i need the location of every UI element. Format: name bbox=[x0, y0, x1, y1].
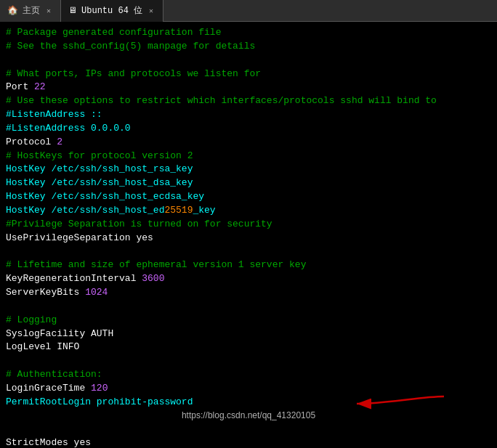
line-12: HostKey /etc/ssh/ssh_host_dsa_key bbox=[6, 176, 491, 190]
line-5: Port 22 bbox=[6, 81, 491, 94]
title-bar: 🏠 主页 ✕ 🖥 Ubuntu 64 位 ✕ bbox=[0, 0, 497, 22]
line-13: HostKey /etc/ssh/ssh_host_ecdsa_key bbox=[6, 190, 491, 204]
arrow-svg bbox=[349, 393, 451, 415]
watermark: https://blog.csdn.net/qq_41320105 bbox=[182, 410, 315, 420]
line-3 bbox=[6, 54, 491, 68]
ubuntu-icon: 🖥 bbox=[68, 5, 77, 16]
line-21 bbox=[6, 300, 491, 314]
line-20: ServerKeyBits 1024 bbox=[6, 286, 491, 300]
tab-home-label: 主页 bbox=[23, 4, 40, 17]
line-24: LogLevel INFO bbox=[6, 341, 491, 354]
line-23: SyslogFacility AUTH bbox=[6, 327, 491, 341]
terminal[interactable]: # Package generated configuration file #… bbox=[0, 22, 497, 448]
line-14: HostKey /etc/ssh/ssh_host_ed25519_key bbox=[6, 204, 491, 218]
tab-home-close[interactable]: ✕ bbox=[44, 6, 53, 16]
line-17 bbox=[6, 245, 491, 259]
home-icon: 🏠 bbox=[7, 5, 18, 16]
tab-ubuntu-label: Ubuntu 64 位 bbox=[81, 4, 142, 17]
tab-home[interactable]: 🏠 主页 ✕ bbox=[0, 0, 61, 22]
line-4: # What ports, IPs and protocols we liste… bbox=[6, 68, 491, 81]
line-6: # Use these options to restrict which in… bbox=[6, 94, 491, 108]
line-7: #ListenAddress :: bbox=[6, 108, 491, 122]
line-29: StrictModes yes bbox=[6, 436, 491, 448]
line-19: KeyRegenerationInterval 3600 bbox=[6, 272, 491, 286]
line-18: # Lifetime and size of ephemeral version… bbox=[6, 258, 491, 272]
line-9: Protocol 2 bbox=[6, 136, 491, 150]
line-8: #ListenAddress 0.0.0.0 bbox=[6, 122, 491, 136]
line-10: # HostKeys for protocol version 2 bbox=[6, 150, 491, 163]
line-16: UsePrivilegeSeparation yes bbox=[6, 232, 491, 245]
line-15: #Privilege Separation is turned on for s… bbox=[6, 218, 491, 232]
line-22: # Logging bbox=[6, 314, 491, 327]
line-1: # Package generated configuration file bbox=[6, 26, 491, 40]
line-25 bbox=[6, 354, 491, 368]
line-26: # Authentication: bbox=[6, 368, 491, 382]
tab-ubuntu-close[interactable]: ✕ bbox=[147, 6, 155, 16]
line-2: # See the sshd_config(5) manpage for det… bbox=[6, 40, 491, 54]
tab-ubuntu[interactable]: 🖥 Ubuntu 64 位 ✕ bbox=[61, 0, 163, 22]
line-11: HostKey /etc/ssh/ssh_host_rsa_key bbox=[6, 163, 491, 176]
